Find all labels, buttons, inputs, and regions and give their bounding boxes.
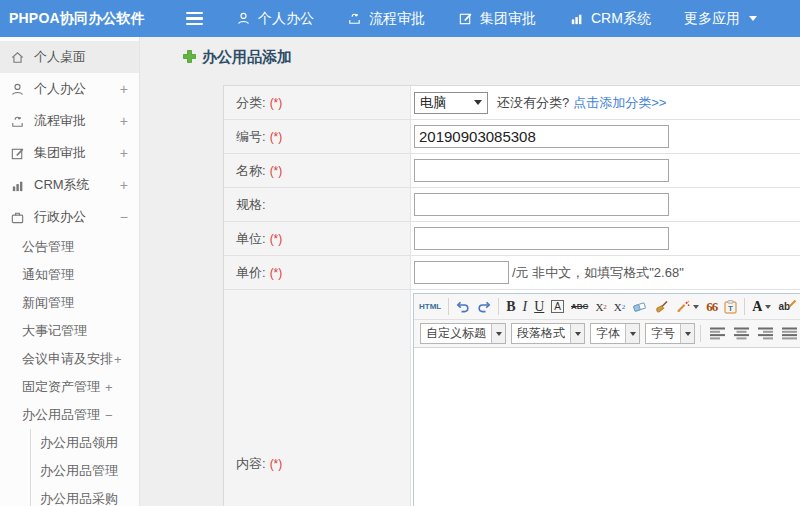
topnav-group-approval[interactable]: 集团审批	[458, 10, 536, 28]
form-row-price: 单价:(*) /元 非中文，如填写格式"2.68"	[224, 256, 800, 290]
sidebar-item-crm-system[interactable]: CRM系统 +	[0, 169, 139, 201]
sidebar-item-news-mgmt[interactable]: 新闻管理	[0, 289, 139, 317]
sidebar: 个人桌面 个人办公 + 流程审批 + 集团审批 +	[0, 37, 140, 506]
sidebar-item-label: 行政办公	[34, 208, 86, 226]
price-input[interactable]	[414, 261, 509, 284]
person-icon	[236, 11, 251, 26]
collapse-minus-icon[interactable]: −	[120, 209, 128, 225]
expand-plus-icon[interactable]: +	[120, 177, 128, 193]
name-input[interactable]	[414, 159, 669, 182]
sidebar-item-fixed-assets-mgmt[interactable]: 固定资产管理+	[0, 373, 139, 401]
sidebar-item-events-mgmt[interactable]: 大事记管理	[0, 317, 139, 345]
sidebar-item-notice-mgmt[interactable]: 通知管理	[0, 261, 139, 289]
align-justify-button[interactable]	[782, 327, 798, 340]
font-size-dropdown[interactable]: 字号	[645, 323, 695, 344]
edit-icon	[10, 145, 26, 161]
sidebar-item-supplies-purchase[interactable]: 办公用品采购	[31, 485, 139, 506]
sidebar-submenu-office-supplies: 办公用品领用 办公用品管理 办公用品采购	[30, 429, 139, 506]
background-color-button[interactable]: ab	[778, 301, 800, 312]
sidebar-item-office-supplies-mgmt[interactable]: 办公用品管理−	[0, 401, 139, 429]
spec-input[interactable]	[414, 193, 669, 216]
expand-plus-icon[interactable]: +	[120, 113, 128, 129]
strikethrough-button[interactable]: ABC	[571, 302, 588, 311]
topnav-crm-system[interactable]: CRM系统	[569, 10, 651, 28]
character-border-button[interactable]: A	[551, 300, 564, 313]
category-select[interactable]: 电脑	[414, 92, 488, 114]
bold-button[interactable]: B	[506, 299, 515, 315]
person-icon	[10, 81, 26, 97]
italic-button[interactable]: I	[523, 299, 528, 315]
price-label: 单价:(*)	[224, 256, 411, 289]
custom-title-dropdown[interactable]: 自定义标题	[420, 323, 506, 344]
sidebar-item-personal-office[interactable]: 个人办公 +	[0, 73, 139, 105]
bar-chart-icon	[569, 11, 584, 26]
topbar: PHPOA协同办公软件 个人办公 流程审批 集团审批	[0, 0, 800, 37]
sidebar-item-personal-desktop[interactable]: 个人桌面	[0, 41, 139, 73]
topnav-workflow-approval[interactable]: 流程审批	[347, 10, 425, 28]
name-label: 名称:(*)	[224, 154, 411, 187]
font-color-button[interactable]: A	[752, 299, 771, 315]
align-center-button[interactable]	[734, 327, 750, 340]
topnav-more-apps[interactable]: 更多应用	[684, 10, 757, 28]
svg-text:T: T	[728, 304, 733, 313]
sidebar-item-supplies-requisition[interactable]: 办公用品领用	[31, 429, 139, 457]
redo-button[interactable]	[477, 300, 491, 313]
form-row-unit: 单位:(*)	[224, 222, 800, 256]
font-family-dropdown[interactable]: 字体	[590, 323, 640, 344]
add-category-link[interactable]: 点击添加分类>>	[573, 94, 666, 112]
sidebar-item-announcement-mgmt[interactable]: 公告管理	[0, 233, 139, 261]
expand-plus-icon[interactable]: +	[120, 145, 128, 161]
dropdown-arrow-icon	[625, 324, 639, 343]
format-brush-button[interactable]	[654, 300, 669, 314]
phpoa-app: PHPOA协同办公软件 个人办公 流程审批 集团审批	[0, 0, 800, 506]
alignment-group	[710, 327, 800, 340]
code-label: 编号:(*)	[224, 120, 411, 153]
subscript-button[interactable]: X2	[614, 301, 625, 313]
paste-as-text-button[interactable]: T	[724, 300, 737, 314]
dropdown-arrow-icon	[680, 324, 694, 343]
editor-toolbar-row1: HTML B I U A	[414, 294, 800, 320]
nav-label: 更多应用	[684, 10, 740, 28]
topnav-personal-office[interactable]: 个人办公	[236, 10, 314, 28]
sidebar-item-administrative-office[interactable]: 行政办公 −	[0, 201, 139, 233]
sidebar-item-group-approval[interactable]: 集团审批 +	[0, 137, 139, 169]
undo-button[interactable]	[456, 300, 470, 313]
sidebar-item-meeting-request[interactable]: 会议申请及安排+	[0, 345, 139, 373]
category-select-value: 电脑	[415, 94, 474, 112]
menu-toggle-icon[interactable]	[186, 12, 208, 26]
required-mark: (*)	[270, 457, 283, 471]
expand-plus-icon[interactable]: +	[120, 81, 128, 97]
blockquote-button[interactable]: 66	[706, 299, 717, 315]
collapse-minus-icon[interactable]: −	[105, 408, 113, 423]
required-mark: (*)	[270, 232, 283, 246]
unit-input[interactable]	[414, 227, 669, 250]
form-row-code: 编号:(*)	[224, 120, 800, 154]
form-row-content: 内容:(*) HTML	[224, 290, 800, 506]
code-input[interactable]	[414, 125, 669, 148]
paragraph-format-dropdown[interactable]: 段落格式	[511, 323, 585, 344]
sidebar-item-label: 流程审批	[34, 112, 86, 130]
nav-label: 流程审批	[369, 10, 425, 28]
required-mark: (*)	[270, 266, 283, 280]
sidebar-item-label: CRM系统	[34, 176, 90, 194]
page-title: 办公用品添加	[202, 48, 292, 67]
caret-down-icon	[765, 305, 771, 309]
select-arrow-icon	[474, 100, 482, 105]
expand-plus-icon[interactable]: +	[114, 352, 122, 367]
toolbar-separator	[498, 298, 499, 315]
highlight-pen-button[interactable]	[676, 300, 699, 313]
html-source-button[interactable]: HTML	[419, 302, 441, 311]
app-logo: PHPOA协同办公软件	[0, 10, 152, 28]
eraser-button[interactable]	[632, 300, 647, 313]
underline-button[interactable]: U	[534, 299, 544, 315]
align-left-button[interactable]	[710, 327, 726, 340]
editor-content-area[interactable]	[414, 348, 800, 506]
nav-label: CRM系统	[591, 10, 651, 28]
sidebar-item-workflow-approval[interactable]: 流程审批 +	[0, 105, 139, 137]
align-right-button[interactable]	[758, 327, 774, 340]
sidebar-item-supplies-management[interactable]: 办公用品管理	[31, 457, 139, 485]
required-mark: (*)	[270, 164, 283, 178]
add-icon	[183, 49, 196, 67]
expand-plus-icon[interactable]: +	[105, 380, 113, 395]
superscript-button[interactable]: X2	[595, 301, 606, 313]
